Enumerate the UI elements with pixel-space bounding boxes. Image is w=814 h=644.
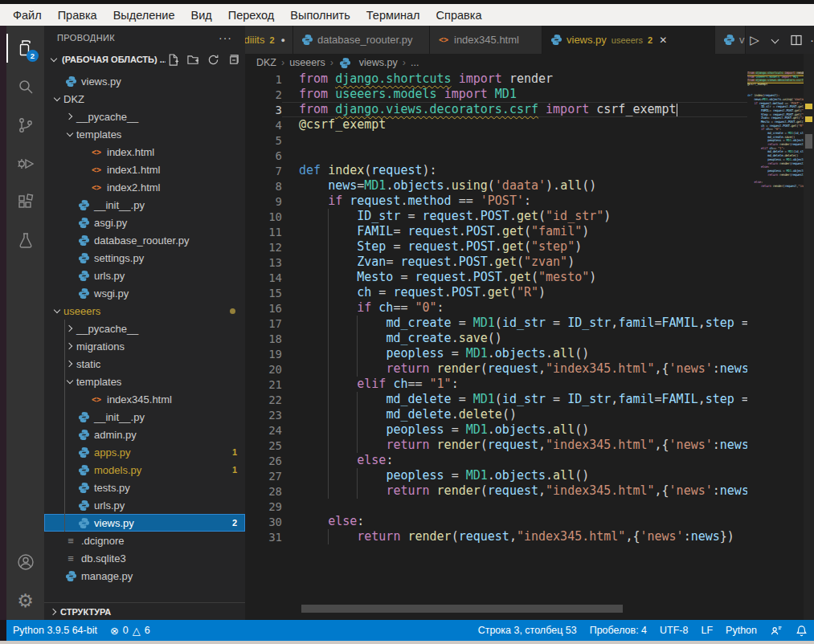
line-number: 17 xyxy=(245,317,282,330)
run-dropdown-button[interactable] xyxy=(767,31,784,49)
generic-file-icon: ≡ xyxy=(63,535,78,547)
tree-file-index2.html[interactable]: <>index2.html xyxy=(44,178,245,196)
refresh-explorer-button[interactable] xyxy=(206,52,220,67)
new-folder-button[interactable] xyxy=(186,52,200,67)
minimap-token: peopless xyxy=(767,158,781,161)
tree-file-apps.py[interactable]: apps.py1 xyxy=(44,443,245,461)
tree-folder-static[interactable]: static xyxy=(44,355,245,373)
indent-guide xyxy=(357,422,358,438)
collapse-folders-button[interactable] xyxy=(226,52,240,67)
tree-folder-migrations[interactable]: migrations xyxy=(44,337,245,355)
tree-file-index1.html[interactable]: <>index1.html xyxy=(44,161,245,178)
tree-folder-templates[interactable]: templates xyxy=(44,125,245,143)
activity-settings-button[interactable]: ⚙ xyxy=(6,581,44,620)
breadcrumb-item-...[interactable]: ... xyxy=(411,57,419,68)
tree-file-views.py[interactable]: views.py2 xyxy=(44,514,245,532)
tree-file-index345.html[interactable]: <>index345.html xyxy=(44,390,245,408)
activity-search-button[interactable] xyxy=(6,67,44,106)
code-token: = xyxy=(546,392,567,406)
minimap-token xyxy=(747,173,767,177)
minimap-token: request xyxy=(773,109,785,112)
sidebar-more-actions-button[interactable]: ··· xyxy=(219,31,232,44)
encoding-status[interactable]: UTF-8 xyxy=(653,620,694,641)
breadcrumb-item-views.py[interactable]: views.py xyxy=(338,57,398,69)
indentation-status[interactable]: Пробелов: 4 xyxy=(583,620,653,641)
notifications-button[interactable] xyxy=(789,620,814,641)
tree-item-label: __pycache__ xyxy=(76,111,138,123)
problems-status[interactable]: ⊗ 0 △ 6 xyxy=(104,620,157,641)
tab-diiits[interactable]: diiits2● xyxy=(245,26,293,54)
tree-file-models.py[interactable]: models.py1 xyxy=(44,461,245,479)
eol-status[interactable]: LF xyxy=(694,620,719,641)
tree-file-asgi.py[interactable]: asgi.py xyxy=(44,214,245,231)
code-token: return xyxy=(386,483,429,498)
new-file-button[interactable] xyxy=(166,52,180,67)
tree-file-db.sqlite3[interactable]: ≡db.sqlite3 xyxy=(44,549,245,567)
tree-item-label: index1.html xyxy=(107,164,160,176)
tree-file-wsgi.py[interactable]: wsgi.py xyxy=(44,284,245,302)
tree-file-index.html[interactable]: <>index.html xyxy=(44,143,245,161)
breadcrumb-item-useeers[interactable]: useeers xyxy=(289,57,325,68)
code-token: ( xyxy=(495,392,502,406)
minimap-token: render xyxy=(795,71,804,75)
activity-run-and-debug-button[interactable] xyxy=(6,145,44,183)
tree-file-views.py[interactable]: views.py xyxy=(44,72,245,90)
menu-item-Выполнить[interactable]: Выполнить xyxy=(282,7,358,23)
python-version-status[interactable]: Python 3.9.5 64-bit xyxy=(6,620,104,641)
tree-file-tests.py[interactable]: tests.py xyxy=(44,479,245,496)
menu-item-Переход[interactable]: Переход xyxy=(220,7,283,23)
breadcrumb-item-DKZ[interactable]: DKZ xyxy=(256,57,276,68)
close-icon[interactable]: ✕ xyxy=(659,35,667,46)
breadcrumb-label: ... xyxy=(411,57,419,68)
tree-file-settings.py[interactable]: settings.py xyxy=(44,249,245,267)
tree-item-label: index345.html xyxy=(107,393,172,406)
minimap-token xyxy=(747,158,767,161)
tree-folder-templates[interactable]: templates xyxy=(44,373,245,390)
activity-accounts-button[interactable] xyxy=(6,543,44,581)
language-mode-status[interactable]: Python xyxy=(719,620,763,641)
python-icon xyxy=(65,570,77,582)
horizontal-scrollbar-thumb[interactable] xyxy=(301,605,623,613)
tree-file-admin.py[interactable]: admin.py xyxy=(44,426,245,443)
code-editor[interactable]: 1from django.shortcuts import render2fro… xyxy=(245,71,814,620)
menu-item-Выделение[interactable]: Выделение xyxy=(105,7,183,23)
run-python-file-button[interactable]: ▷ xyxy=(746,31,763,49)
workspace-section-header[interactable]: (РАБОЧАЯ ОБЛАСТЬ) ... xyxy=(44,50,245,69)
tree-folder-DKZ[interactable]: DKZ xyxy=(44,90,245,108)
tab-index345.html[interactable]: <>index345.html xyxy=(430,26,542,54)
minimap[interactable]: from django.shortcuts import renderfrom … xyxy=(747,71,804,620)
tree-folder-useeers[interactable]: useeers xyxy=(44,302,245,320)
activity-extensions-button[interactable] xyxy=(6,183,44,222)
tree-folder-__pycache__[interactable]: __pycache__ xyxy=(44,108,245,125)
tree-file-urls.py[interactable]: urls.py xyxy=(44,267,245,284)
activity-source-control-button[interactable] xyxy=(6,106,44,145)
menu-item-Справка[interactable]: Справка xyxy=(428,7,490,23)
tree-file-.dcignore[interactable]: ≡.dcignore xyxy=(44,532,245,549)
menu-item-Файл[interactable]: Файл xyxy=(5,7,50,23)
code-token: ) xyxy=(538,285,546,300)
cursor-position-status[interactable]: Строка 3, столбец 53 xyxy=(472,620,583,641)
activity-explorer-button[interactable]: 2 xyxy=(6,29,44,67)
tree-file-__init__.py[interactable]: __init__.py xyxy=(44,408,245,426)
tab-vie[interactable]: vie xyxy=(715,26,746,54)
line-number: 15 xyxy=(245,287,282,300)
split-editor-button[interactable] xyxy=(787,31,805,49)
code-token: if xyxy=(357,300,371,315)
more-actions-button[interactable]: ··· xyxy=(808,31,814,49)
minimap-token: request xyxy=(776,105,788,108)
menu-item-Вид[interactable]: Вид xyxy=(182,7,219,23)
tab-views.py[interactable]: views.pyuseeers2✕ xyxy=(542,26,715,54)
tab-database_roouter.py[interactable]: database_roouter.py xyxy=(293,26,430,54)
tree-file-urls.py[interactable]: urls.py xyxy=(44,496,245,514)
activity-testing-button[interactable] xyxy=(6,222,44,260)
feedback-button[interactable] xyxy=(763,620,789,641)
menu-item-Терминал[interactable]: Терминал xyxy=(358,7,428,23)
editor-scrollbar[interactable] xyxy=(804,54,814,620)
menu-item-Правка[interactable]: Правка xyxy=(50,7,105,23)
tree-file-__init__.py[interactable]: __init__.py xyxy=(44,196,245,214)
tree-file-database_roouter.py[interactable]: database_roouter.py xyxy=(44,231,245,249)
outline-section-header[interactable]: СТРУКТУРА xyxy=(44,602,245,620)
tree-file-manage.py[interactable]: manage.py xyxy=(44,567,245,585)
tree-folder-__pycache__[interactable]: __pycache__ xyxy=(44,320,245,337)
line-number: 24 xyxy=(245,424,282,437)
